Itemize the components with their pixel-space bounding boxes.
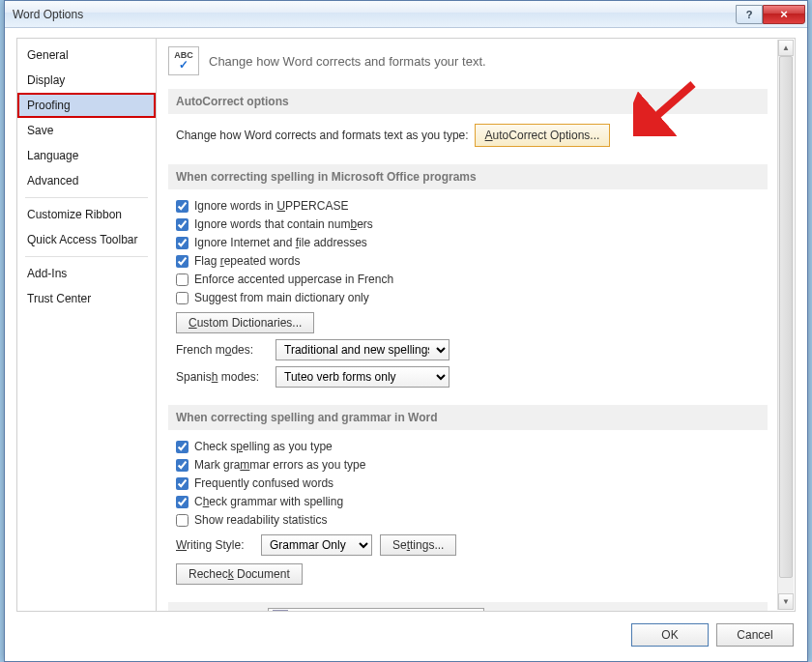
office-check-label-0: Ignore words in UPPERCASE [194,199,348,213]
section-word-spelling-head: When correcting spelling and grammar in … [168,405,768,430]
writing-style-label: Writing Style: [176,538,253,552]
recheck-document-button[interactable]: Recheck Document [176,563,303,585]
sidebar-separator [25,256,148,257]
cancel-button[interactable]: Cancel [716,623,794,647]
writing-style-select[interactable]: Grammar Only [261,534,372,556]
titlebar: Word Options ? × [5,1,807,28]
sidebar-item-display[interactable]: Display [17,68,156,93]
office-check-checkbox-1[interactable] [176,218,188,231]
section-autocorrect-head: AutoCorrect options [168,89,768,114]
office-check-checkbox-0[interactable] [176,200,188,213]
document-icon [273,610,288,611]
proofing-icon: ABC ✓ [168,46,199,75]
section-office-spelling-head: When correcting spelling in Microsoft Of… [168,164,768,189]
page-subtitle: Change how Word corrects and formats you… [209,54,486,69]
word-check-label-0: Check spelling as you type [194,440,333,453]
office-check-label-5: Suggest from main dictionary only [194,291,369,304]
autocorrect-options-button[interactable]: AutoCorrect Options... [475,124,611,147]
word-check-checkbox-0[interactable] [176,441,188,453]
scroll-down-button[interactable]: ▼ [778,593,794,610]
scrollbar[interactable]: ▲ ▼ [777,40,794,610]
autocorrect-description: Change how Word corrects and formats tex… [176,129,469,142]
sidebar-item-proofing[interactable]: Proofing [17,93,156,118]
word-check-label-2: Frequently confused words [194,476,334,490]
scroll-thumb[interactable] [779,56,793,578]
sidebar: General Display Proofing Save Language A… [16,38,157,612]
window-title: Word Options [13,8,736,21]
word-check-checkbox-2[interactable] [176,477,188,490]
ok-button[interactable]: OK [631,623,709,647]
main-panel: ABC ✓ Change how Word corrects and forma… [157,39,795,611]
section-exceptions-head: Exceptions for: Word Proofreading a Docu… [168,602,768,611]
sidebar-item-customize-ribbon[interactable]: Customize Ribbon [17,202,156,227]
word-check-label-3: Check grammar with spelling [194,495,343,508]
office-check-label-2: Ignore Internet and file addresses [194,236,367,249]
settings-button[interactable]: Settings... [380,534,456,556]
word-check-checkbox-4[interactable] [176,514,188,527]
office-check-checkbox-4[interactable] [176,273,188,286]
office-check-label-3: Flag repeated words [194,254,300,268]
sidebar-item-trust-center[interactable]: Trust Center [17,286,156,311]
sidebar-item-addins[interactable]: Add-Ins [17,261,156,286]
french-modes-label: French modes: [176,343,268,357]
office-check-checkbox-3[interactable] [176,255,188,268]
dialog-footer: OK Cancel [5,612,807,658]
word-check-checkbox-3[interactable] [176,496,188,508]
sidebar-item-save[interactable]: Save [17,118,156,143]
spanish-modes-label: Spanish modes: [176,370,268,384]
word-check-label-1: Mark grammar errors as you type [194,458,365,472]
sidebar-item-advanced[interactable]: Advanced [17,168,156,193]
office-check-label-4: Enforce accented uppercase in French [194,273,393,286]
office-check-checkbox-5[interactable] [176,292,188,304]
spanish-modes-select[interactable]: Tuteo verb forms only [276,366,450,388]
close-button[interactable]: × [763,5,805,24]
word-check-label-4: Show readability statistics [194,513,327,527]
scroll-up-button[interactable]: ▲ [778,40,794,56]
sidebar-separator [25,197,148,198]
word-check-checkbox-1[interactable] [176,459,188,472]
office-check-checkbox-2[interactable] [176,237,188,249]
help-button[interactable]: ? [736,5,763,24]
french-modes-select[interactable]: Traditional and new spellings [276,339,450,360]
custom-dictionaries-button[interactable]: Custom Dictionaries... [176,312,314,333]
sidebar-item-general[interactable]: General [17,43,156,68]
sidebar-item-quick-access[interactable]: Quick Access Toolbar [17,227,156,252]
sidebar-item-language[interactable]: Language [17,143,156,168]
office-check-label-1: Ignore words that contain numbers [194,217,373,231]
